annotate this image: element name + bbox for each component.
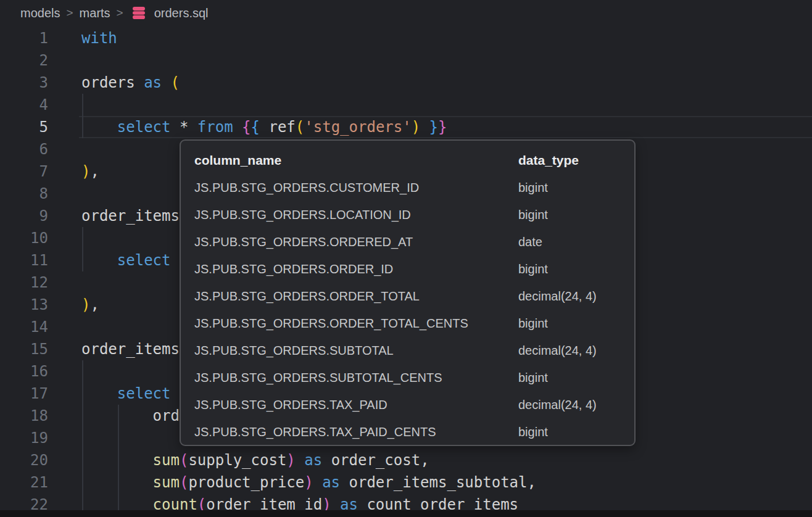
popup-cell-data-type: decimal(24, 4)	[518, 283, 634, 310]
code-text: order_items	[48, 205, 180, 227]
breadcrumb-item-marts[interactable]: marts	[80, 6, 110, 20]
line-number[interactable]: 17	[0, 383, 48, 405]
popup-cell-column-name: JS.PUB.STG_ORDERS.TAX_PAID_CENTS	[194, 418, 518, 445]
line-number[interactable]: 11	[0, 249, 48, 271]
code-text: with	[48, 27, 117, 49]
line-number[interactable]: 21	[0, 471, 48, 494]
breadcrumb: models > marts > orders.sql	[20, 5, 209, 21]
popup-cell-column-name: JS.PUB.STG_ORDERS.ORDER_TOTAL_CENTS	[194, 310, 518, 337]
popup-cell-data-type: bigint	[518, 174, 634, 201]
popup-cell-data-type: bigint	[518, 201, 634, 228]
line-number[interactable]: 19	[0, 427, 48, 449]
popup-cell-column-name: JS.PUB.STG_ORDERS.ORDERED_AT	[194, 228, 518, 255]
popup-cell-data-type: bigint	[518, 310, 634, 337]
code-text: ),	[48, 160, 99, 183]
code-text	[48, 227, 81, 249]
code-text: select * from {{ ref('stg_orders') }}	[48, 116, 447, 138]
code-text: order_items	[48, 338, 180, 360]
popup-cell-column-name: JS.PUB.STG_ORDERS.SUBTOTAL	[194, 337, 518, 364]
code-text: ord	[48, 405, 180, 427]
popup-header-column-name: column_name	[194, 147, 518, 174]
popup-cell-column-name: JS.PUB.STG_ORDERS.ORDER_ID	[194, 255, 518, 283]
code-text: ),	[48, 294, 99, 316]
popup-cell-data-type: date	[518, 228, 634, 255]
database-icon	[131, 5, 147, 21]
code-line[interactable]: 4	[0, 94, 812, 116]
popup-cell-column-name: JS.PUB.STG_ORDERS.LOCATION_ID	[194, 201, 518, 228]
line-number[interactable]: 8	[0, 183, 48, 205]
code-text	[48, 316, 81, 338]
line-number[interactable]: 20	[0, 449, 48, 471]
line-number[interactable]: 12	[0, 271, 48, 294]
line-number[interactable]: 9	[0, 205, 48, 227]
line-number[interactable]: 15	[0, 338, 48, 360]
code-text	[48, 427, 81, 449]
line-number[interactable]: 6	[0, 138, 48, 160]
code-text	[48, 138, 81, 160]
popup-cell-data-type: bigint	[518, 418, 634, 445]
code-line[interactable]: 3orders as (	[0, 72, 812, 94]
breadcrumb-item-filename[interactable]: orders.sql	[154, 6, 209, 20]
breadcrumb-separator: >	[117, 6, 123, 20]
code-line[interactable]: 1with	[0, 27, 812, 49]
line-number[interactable]: 3	[0, 72, 48, 94]
popup-cell-column-name: JS.PUB.STG_ORDERS.ORDER_TOTAL	[194, 283, 518, 310]
code-line[interactable]: 21 sum(product_price) as order_items_sub…	[0, 471, 812, 494]
breadcrumb-separator: >	[66, 6, 73, 20]
code-line[interactable]: 2	[0, 49, 812, 72]
code-text: select	[48, 249, 171, 271]
line-number[interactable]: 4	[0, 94, 48, 116]
popup-cell-column-name: JS.PUB.STG_ORDERS.TAX_PAID	[194, 391, 518, 418]
line-number[interactable]: 18	[0, 405, 48, 427]
code-text	[48, 360, 81, 383]
code-text: sum(product_price) as order_items_subtot…	[48, 471, 536, 494]
popup-cell-column-name: JS.PUB.STG_ORDERS.SUBTOTAL_CENTS	[194, 364, 518, 391]
popup-cell-data-type: decimal(24, 4)	[518, 337, 634, 364]
code-text	[48, 49, 81, 72]
code-text	[48, 271, 81, 294]
code-text	[48, 183, 81, 205]
code-text: select	[48, 383, 171, 405]
code-text: sum(supply_cost) as order_cost,	[48, 449, 429, 471]
line-number[interactable]: 13	[0, 294, 48, 316]
column-info-table: column_name data_type JS.PUB.STG_ORDERS.…	[181, 147, 634, 445]
line-number[interactable]: 1	[0, 27, 48, 49]
popup-cell-column-name: JS.PUB.STG_ORDERS.CUSTOMER_ID	[194, 174, 518, 201]
line-number[interactable]: 14	[0, 316, 48, 338]
code-text: orders as (	[48, 72, 180, 94]
code-text	[48, 94, 81, 116]
line-number[interactable]: 16	[0, 360, 48, 383]
code-line[interactable]: 20 sum(supply_cost) as order_cost,	[0, 449, 812, 471]
line-number[interactable]: 10	[0, 227, 48, 249]
breadcrumb-item-models[interactable]: models	[20, 6, 60, 20]
popup-cell-data-type: bigint	[518, 364, 634, 391]
popup-cell-data-type: decimal(24, 4)	[518, 391, 634, 418]
code-line[interactable]: 5 select * from {{ ref('stg_orders') }}	[0, 116, 812, 138]
line-number[interactable]: 2	[0, 49, 48, 72]
line-number[interactable]: 5	[0, 116, 48, 138]
popup-cell-data-type: bigint	[518, 255, 634, 283]
panel-divider	[0, 510, 812, 517]
line-number[interactable]: 7	[0, 160, 48, 183]
column-info-popup: column_name data_type JS.PUB.STG_ORDERS.…	[180, 139, 636, 446]
popup-header-data-type: data_type	[518, 147, 634, 174]
